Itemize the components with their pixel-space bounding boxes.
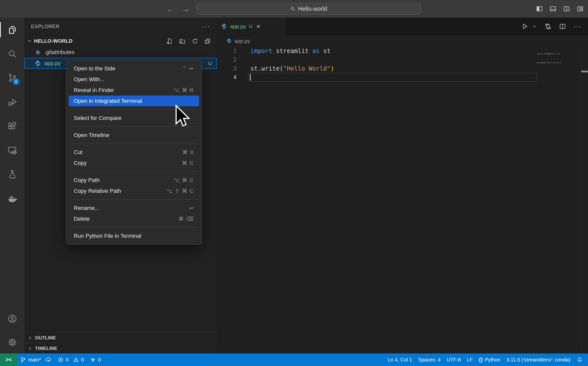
menu-item-copy[interactable]: Copy⌘ C [69,158,199,168]
breadcrumb[interactable]: app.py [217,35,588,47]
collapse-folders-icon[interactable] [204,38,211,44]
menu-item-delete[interactable]: Delete⌘ ⌫ [69,213,199,224]
timeline-section-header[interactable]: TIMELINE [24,343,217,353]
eol-item[interactable]: LF [464,357,476,363]
cursor-position-item[interactable]: Ln 4, Col 1 [385,357,415,363]
warning-count: 0 [81,357,84,363]
activity-remote-explorer-button[interactable] [5,143,20,158]
file-context-menu: Open to the Side⌃ ↩ Open With... Reveal … [66,60,202,245]
warnings-icon [73,357,79,363]
explorer-title: EXPLORER [31,24,59,29]
error-count: 0 [66,357,68,363]
command-center-search[interactable]: Hello-world [196,3,421,15]
activity-source-control-button[interactable]: 1 [5,70,20,85]
overview-ruler-cursor-marker [581,71,588,72]
active-view-indicator [0,22,1,37]
menu-item-cut[interactable]: Cut⌘ X [69,147,199,158]
indentation-item[interactable]: Spaces: 4 [415,357,444,363]
account-icon [7,313,18,324]
language-mode-item[interactable]: {} Python [476,357,503,363]
menu-item-reveal-in-finder[interactable]: Reveal in Finder⌥ ⌘ R [69,85,199,96]
encoding-item[interactable]: UTF-8 [444,357,464,363]
new-file-icon[interactable] [166,38,173,44]
menu-item-open-with[interactable]: Open With... [69,74,199,85]
toggle-sidebar-icon[interactable] [536,5,543,13]
tab-app-py[interactable]: app.py U × [217,18,286,35]
errors-icon [58,357,64,363]
toggle-secondary-sidebar-icon[interactable] [563,5,570,13]
run-dropdown-icon[interactable] [532,24,537,29]
current-line-highlight [248,73,537,82]
search-icon [290,6,296,12]
search-icon [7,49,18,59]
customize-layout-icon[interactable] [576,5,584,13]
git-branch-item[interactable]: main* [17,356,55,363]
menu-item-copy-relative-path[interactable]: Copy Relative Path⌥ ⇧ ⌘ C [69,186,199,196]
status-bar: >< main* 0 0 0 Ln 4, Col 1 Spaces: 4 UTF… [0,353,588,366]
settings-button[interactable] [5,335,20,350]
refresh-icon[interactable] [192,38,198,44]
minimap[interactable]: import streamlit as st st.write("Hello W… [537,46,581,70]
bell-icon [576,356,583,363]
close-tab-icon[interactable]: × [256,23,260,30]
ports-item[interactable]: 0 [87,357,104,363]
code-line: 1 import streamlit as st [217,47,588,55]
python-file-icon [227,38,232,43]
vscode-window: ← → Hello-world [0,0,588,366]
menu-item-run-python-file-in-terminal[interactable]: Run Python File in Terminal [69,231,199,241]
title-bar: ← → Hello-world [0,0,588,18]
editor-more-actions-icon[interactable]: ··· [573,23,581,30]
nav-back-icon[interactable]: ← [166,4,175,14]
line-number: 4 [217,74,237,80]
menu-item-rename[interactable]: Rename...↩ [69,203,199,213]
run-debug-icon [7,97,18,107]
explorer-more-actions-icon[interactable]: ··· [202,22,210,30]
menu-separator [71,199,197,200]
braces-icon: {} [479,357,483,363]
split-editor-icon[interactable] [559,23,566,30]
outline-label: OUTLINE [35,335,56,341]
open-changes-icon[interactable] [544,23,552,30]
run-python-file-button[interactable] [521,23,529,30]
python-interpreter-item[interactable]: 3.11.5 ('streamlitenv': conda) [503,357,573,363]
activity-bar: 1 [0,18,24,353]
folder-section-hello-world[interactable]: HELLO-WORLD [24,35,217,47]
timeline-label: TIMELINE [35,346,57,351]
file-row-gitattributes[interactable]: .gitattributes [24,47,217,58]
activity-explorer-button[interactable] [5,22,20,37]
problems-item[interactable]: 0 0 [55,357,87,363]
publish-cloud-icon [45,356,52,363]
toggle-panel-icon[interactable] [549,5,557,13]
code-line: 2 [217,55,588,64]
tab-label: app.py [230,23,246,29]
notifications-bell[interactable] [573,356,586,363]
chevron-down-icon [26,38,32,44]
menu-item-copy-path[interactable]: Copy Path⌥ ⌘ C [69,175,199,186]
ports-count: 0 [98,357,101,363]
new-folder-icon[interactable] [179,38,186,44]
python-file-icon [34,60,41,67]
menu-item-open-to-side[interactable]: Open to the Side⌃ ↩ [69,63,199,74]
breadcrumb-item: app.py [234,38,250,44]
tab-git-badge: U [249,24,252,29]
nav-forward-icon[interactable]: → [181,4,190,14]
remote-indicator[interactable]: >< [0,353,17,366]
activity-extensions-button[interactable] [5,119,20,134]
git-file-icon [34,49,41,56]
activity-run-debug-button[interactable] [5,95,20,110]
scrollbar-track[interactable] [581,46,588,353]
line-number: 3 [217,65,237,72]
window-title: Hello-world [298,6,327,12]
testing-flask-icon [7,169,18,180]
mouse-cursor [173,104,190,128]
remote-explorer-icon [7,145,18,156]
activity-testing-button[interactable] [5,167,20,182]
activity-search-button[interactable] [5,46,20,61]
menu-separator [71,227,197,227]
line-number: 2 [217,57,237,63]
accounts-button[interactable] [5,311,20,326]
menu-separator [71,171,197,172]
menu-item-open-timeline[interactable]: Open Timeline [69,130,199,141]
outline-section-header[interactable]: OUTLINE [24,332,217,343]
activity-docker-button[interactable] [5,191,20,206]
